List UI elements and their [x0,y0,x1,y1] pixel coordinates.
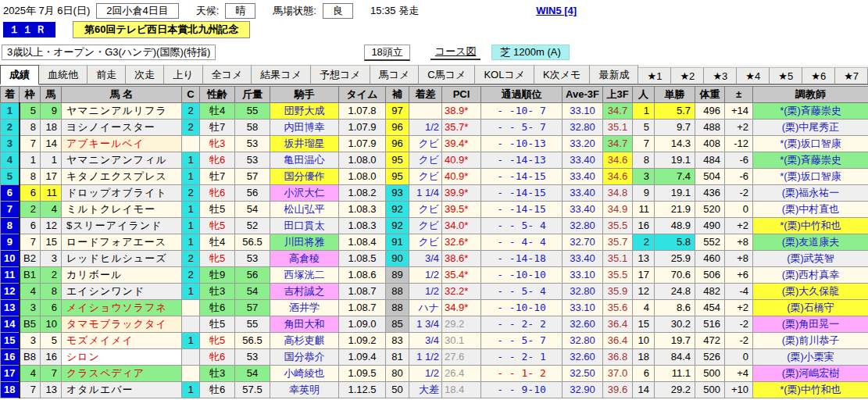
cell-odds: 11.1 [655,366,695,382]
tab-C馬コメ[interactable]: C馬コメ [419,65,475,84]
cell-pci: 32.6* [442,234,481,251]
cell-sexage: 牡7 [200,169,235,185]
cell-jockey: 幸英明 [270,382,339,398]
tab-★6[interactable]: ★6 [802,67,835,84]
tab-最新成[interactable]: 最新成 [590,65,638,84]
cell-weight: 52 [235,218,270,234]
cell-pci: 32.2* [442,284,481,300]
table-row[interactable]: 3714アブキールベイ牝353坂井瑠星1.07.996クビ39.4*- -10-… [1,136,868,152]
table-row[interactable]: 159ヤマニンアルリフラ2牡455団野大成1.07.89738.9*- -10-… [1,103,868,120]
table-row[interactable]: 1248エイシンワンド1牡354吉村誠之1.08.7881/232.2*- - … [1,284,868,300]
cell-weight: 56.5 [235,234,270,251]
cell-last3f: 34.7 [603,136,633,152]
weather-label: 天候: [196,4,220,18]
cell-sexage: 牡4 [200,103,235,120]
cell-pass: - -14-13 [481,152,563,169]
table-row[interactable]: 18713オタルエバー1牡657.5幸英明1.12.550大差18.4- - 9… [1,382,868,398]
course-map-link[interactable]: コース図 [430,45,481,60]
tab-予想コメ[interactable]: 予想コメ [311,65,370,84]
table-row[interactable]: 5817キタノエクスプレス1牡757国分優作1.08.095クビ40.9*- -… [1,169,868,185]
cell-pass: - - 5- 4 [481,218,563,234]
table-row[interactable]: 9715ロードフォアエース1牡456.5川田将雅1.08.491クビ32.6*-… [1,234,868,251]
cell-weight: 53 [235,152,270,169]
tab-前走[interactable]: 前走 [88,65,126,84]
tab-次走[interactable]: 次走 [126,65,164,84]
tab-★4[interactable]: ★4 [737,67,770,84]
cell-trainer: *(栗)中竹和也 [753,218,868,234]
tab-結果コメ[interactable]: 結果コメ [252,65,311,84]
cell-ave3f: 33.10 [563,300,603,316]
cell-pos: 11 [1,267,20,284]
tab-★7[interactable]: ★7 [835,67,868,84]
table-row[interactable]: 411ヤマニンアンフィル1牝653亀田温心1.08.095クビ40.9*- -1… [1,152,868,169]
cell-name: アブキールベイ [62,136,182,152]
cell-pci: 27.6 [442,349,481,366]
cell-jockey: 高杉吏麒 [270,333,339,349]
cell-wtdiff: +2 [725,120,753,136]
cell-weight: 54 [235,202,270,218]
table-row[interactable]: 8612$スリーアイランド1牝552田口貫太1.08.392クビ34.0*- -… [1,218,868,234]
cell-ave3f: 32.50 [563,366,603,382]
cell-pop: 8 [633,152,655,169]
table-row[interactable]: 10B23レッドヒルシューズ2牝553高倉稜1.08.5903/438.6*- … [1,251,868,267]
cell-trainer: (栗)福永祐一 [753,185,868,202]
cell-pass: - - 1- 2 [481,366,563,382]
tab-★1[interactable]: ★1 [638,67,671,84]
cell-wtdiff: -2 [725,185,753,202]
race-conditions: 3歳以上・オープン・G3(ハンデ)(国際)(特指) [2,45,216,60]
tab-★2[interactable]: ★2 [671,67,704,84]
cell-sexage: 牝3 [200,136,235,152]
cell-jockey: 亀田温心 [270,152,339,169]
tab-馬コメ[interactable]: 馬コメ [370,65,420,84]
cell-pass: - -10-10 [481,300,563,316]
tab-全コメ[interactable]: 全コメ [203,65,252,84]
table-row[interactable]: 14B510タマモブラックタイ牡555角田大和1.09.0851 3/429.2… [1,316,868,333]
cell-pos: 17 [1,366,20,382]
cell-pop: 5 [633,120,655,136]
cell-sexage: 牡3 [200,366,235,382]
tab-KOLコメ[interactable]: KOLコメ [475,65,534,84]
table-row[interactable]: 1747クラスペディア牡354小崎綾也1.09.5801/226.4- - 1-… [1,366,868,382]
cell-waku: 3 [20,333,41,349]
cell-margin: 1 3/4 [409,316,442,333]
cell-pci: 34.0* [442,218,481,234]
tab-血統他[interactable]: 血統他 [39,65,88,84]
cell-pos: 7 [1,202,20,218]
cell-c [182,349,200,366]
table-row[interactable]: 1336メイショウソラフネ牡657酒井学1.08.788ハナ34.9*- -10… [1,300,868,316]
cell-idx: 81 [386,349,409,366]
cell-pos: 10 [1,251,20,267]
table-row[interactable]: 6611ドロップオブライト2牝656小沢大仁1.08.2931 1/439.9*… [1,185,868,202]
tab-K次メモ[interactable]: K次メモ [534,65,590,84]
cell-margin: 1 1/4 [409,185,442,202]
table-row[interactable]: 11B12カリボール2牡956西塚洸二1.08.6891/235.4*- -10… [1,267,868,284]
cell-last3f: 34.6 [603,169,633,185]
cell-ave3f: 33.40 [563,202,603,218]
cell-uma: 8 [41,284,62,300]
cell-last3f: 36.4 [603,316,633,333]
cell-waku: 2 [20,202,41,218]
tab-★5[interactable]: ★5 [770,67,802,84]
cell-ave3f: 33.40 [563,251,603,267]
cell-pass: - - 2- 2 [481,316,563,333]
cell-last3f: 35.6 [603,300,633,316]
win5-link[interactable]: WIN5 [4] [536,5,577,16]
table-row[interactable]: 724ミルトクレイモー1牡554松山弘平1.08.392クビ39.5*- -14… [1,202,868,218]
table-row[interactable]: 2818ヨシノイースター2牡758内田博幸1.07.9961/235.7*- -… [1,120,868,136]
table-row[interactable]: 16B816シロン牝653国分恭介1.09.4811 1/227.6- - 2-… [1,349,868,366]
table-row[interactable]: 1535モズメイメイ1牝556.5高杉吏麒1.09.2833/430.1- - … [1,333,868,349]
cell-horsewt: 482 [695,284,725,300]
cell-pci: 35.4* [442,267,481,284]
tab-成績[interactable]: 成績 [0,65,39,85]
cell-last3f: 35.5 [603,267,633,284]
tab-上り[interactable]: 上り [164,65,202,84]
cell-jockey: 酒井学 [270,300,339,316]
cell-time: 1.09.2 [339,333,386,349]
cell-margin: 1/2 [409,284,442,300]
cell-waku: 3 [20,300,41,316]
cell-pos: 3 [1,136,20,152]
tab-★3[interactable]: ★3 [704,67,737,84]
cell-pass: - - 2- 1 [481,349,563,366]
cell-pos: 8 [1,218,20,234]
cell-pos: 6 [1,185,20,202]
